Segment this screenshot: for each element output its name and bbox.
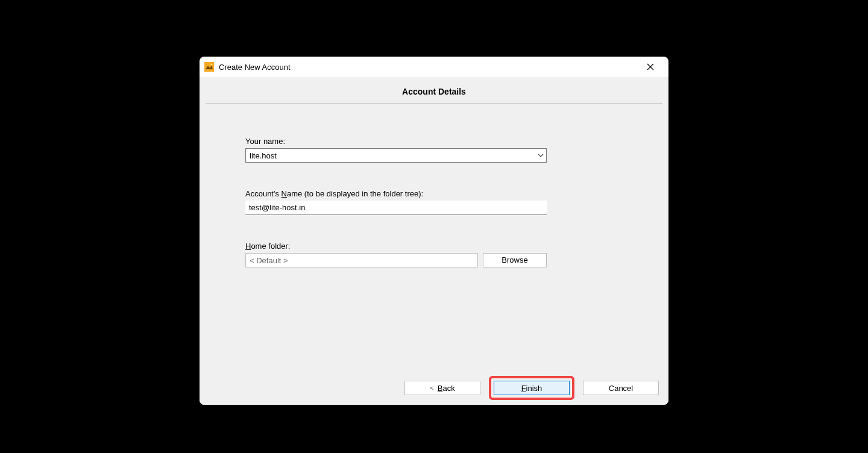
your-name-combobox[interactable]: lite.host [245,148,547,163]
finish-button[interactable]: Finish [494,381,570,395]
back-arrow-icon: < [430,384,433,392]
form-area: Your name: lite.host Account's Name (to … [204,104,664,371]
dialog-content: Account Details Your name: lite.host Acc… [200,77,668,371]
svg-point-1 [211,64,213,66]
home-folder-value: < Default > [250,256,288,265]
dialog-footer: < Back Finish Cancel [200,371,668,405]
back-button[interactable]: < Back [404,381,480,395]
account-name-label: Account's Name (to be displayed in the f… [245,189,623,198]
finish-label: Finish [521,384,542,393]
back-label: Back [438,384,455,393]
finish-highlight: Finish [489,376,574,400]
close-icon [647,63,654,70]
home-folder-input[interactable]: < Default > [245,253,478,267]
account-name-value: test@lite-host.in [249,203,305,212]
section-title: Account Details [206,77,662,104]
dialog-title: Create New Account [219,63,637,72]
your-name-group: Your name: lite.host [245,137,623,163]
home-folder-row: < Default > Browse [245,253,623,267]
account-name-group: Account's Name (to be displayed in the f… [245,189,623,215]
home-folder-group: Home folder: < Default > Browse [245,242,623,267]
close-button[interactable] [637,58,664,76]
app-icon [204,62,214,72]
browse-button[interactable]: Browse [483,253,547,267]
titlebar: Create New Account [200,57,668,77]
cancel-label: Cancel [609,384,633,393]
your-name-value: lite.host [250,151,538,160]
svg-rect-0 [204,62,214,72]
chevron-down-icon [538,152,544,158]
account-name-input[interactable]: test@lite-host.in [245,201,547,215]
create-account-dialog: Create New Account Account Details Your … [200,57,668,405]
cancel-button[interactable]: Cancel [583,381,659,395]
home-folder-label: Home folder: [245,242,623,251]
your-name-label: Your name: [245,137,623,146]
